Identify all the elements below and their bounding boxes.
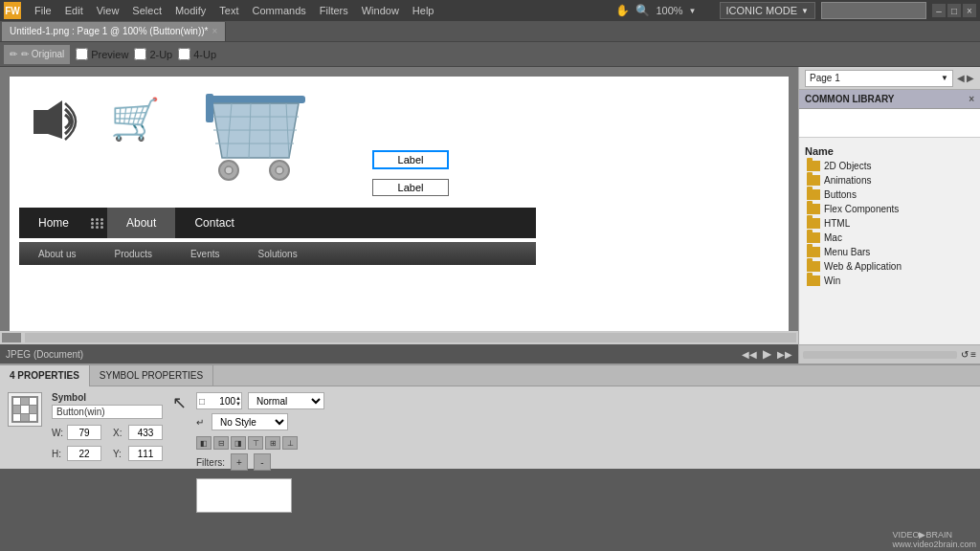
folder-icon [807,161,820,171]
folder-icon [807,189,820,200]
panel-scrollbar[interactable] [803,351,957,359]
speaker-icon [29,96,91,148]
filters-label: Filters: [196,457,225,468]
align-center-button[interactable]: ⊟ [213,436,229,450]
align-top-button[interactable]: ⊤ [248,436,263,450]
menu-edit[interactable]: Edit [59,0,89,21]
menu-bar: FW File Edit View Select Modify Text Com… [0,0,980,21]
lib-item-animations[interactable]: Animations [803,173,976,187]
nav-about[interactable]: About [107,208,175,238]
lib-item-webapp[interactable]: Web & Application [803,259,976,274]
folder-icon [807,247,820,257]
panel-next-button[interactable]: ▶ [967,73,974,83]
lib-item-2d[interactable]: 2D Objects [803,159,976,173]
style-icon: ↵ [196,417,204,428]
folder-icon [807,276,820,286]
symbol-properties-tab[interactable]: SYMBOL PROPERTIES [90,365,213,386]
original-view-button[interactable]: ✏ ✏ Original [4,45,70,64]
opacity-input[interactable] [207,396,235,407]
menu-filters[interactable]: Filters [314,0,354,21]
panel-close-button[interactable]: × [969,94,974,104]
document-tab[interactable]: Untitled-1.png : Page 1 @ 100% (Button(w… [2,22,226,41]
canvas-area[interactable]: 🛒 [0,67,798,364]
sub-nav-solutions[interactable]: Solutions [239,242,317,265]
menu-commands[interactable]: Commands [247,0,312,21]
align-middle-button[interactable]: ⊞ [265,436,280,450]
forward-button[interactable]: ▶▶ [777,349,792,360]
label-button-1[interactable]: Label [372,150,449,169]
align-left-button[interactable]: ◧ [196,436,212,450]
style-select[interactable]: No Style [212,413,288,430]
properties-right: □ ▲ ▼ Normal ↵ No Style [196,392,972,513]
sub-nav-events[interactable]: Events [171,242,239,265]
lib-item-flex[interactable]: Flex Components [803,202,976,216]
height-input[interactable] [67,446,101,461]
align-right-button[interactable]: ◨ [231,436,246,450]
folder-icon [807,218,820,229]
cursor-arrow-icon: ↖ [172,392,187,413]
nav-home[interactable]: Home [19,208,88,238]
rewind-button[interactable]: ◀◀ [742,349,757,360]
x-input[interactable] [128,425,163,440]
iconic-mode-selector[interactable]: ICONIC MODE ▼ [720,2,815,19]
menu-modify[interactable]: Modify [169,0,212,21]
menu-select[interactable]: Select [126,0,167,21]
close-button[interactable]: × [963,4,976,17]
preview-checkbox[interactable] [76,48,88,60]
lib-item-menubars[interactable]: Menu Bars [803,245,976,259]
nav-contact[interactable]: Contact [175,208,253,238]
lib-item-mac[interactable]: Mac [803,231,976,245]
sub-nav-about[interactable]: About us [19,242,95,265]
minimize-button[interactable]: – [932,4,946,17]
lib-item-html[interactable]: HTML [803,216,976,231]
menu-view[interactable]: View [91,0,125,21]
folder-icon [807,232,820,243]
y-input[interactable] [128,446,163,461]
pencil-icon: ✏ [10,49,17,59]
sub-nav-products[interactable]: Products [95,242,170,265]
label-button-2[interactable]: Label [372,179,449,196]
blend-mode-select[interactable]: Normal [248,392,324,409]
horizontal-scrollbar[interactable] [0,331,798,344]
play-button[interactable]: ▶ [763,347,771,361]
preview-label: Preview [91,49,128,60]
app-logo: FW [4,2,21,19]
menu-text[interactable]: Text [213,0,244,21]
properties-tab[interactable]: 4 PROPERTIES [0,365,90,386]
page-dropdown[interactable]: Page 1 ▼ [805,70,953,87]
tab-close-button[interactable]: × [212,26,217,36]
menu-file[interactable]: File [29,0,57,21]
zoom-dropdown-icon[interactable]: ▼ [689,7,697,15]
symbol-info: Symbol Button(win) W: X: H: Y: [52,392,163,461]
lib-item-buttons[interactable]: Buttons [803,187,976,202]
options-icon[interactable]: ≡ [970,349,976,360]
lib-item-win[interactable]: Win [803,274,976,288]
search-input[interactable] [826,6,922,16]
properties-content: Symbol Button(win) W: X: H: Y: ↖ [0,386,980,518]
panel-prev-button[interactable]: ◀ [957,73,965,83]
two-up-checkbox[interactable] [134,48,146,60]
canvas-status-label: JPEG (Document) [6,349,83,360]
filter-add-button[interactable]: + [231,453,248,471]
menu-window[interactable]: Window [356,0,405,21]
symbol-name-display: Button(win) [52,405,163,419]
main-layout: 🛒 [0,67,980,364]
opacity-down-arrow[interactable]: ▼ [235,401,241,407]
folder-icon [807,261,820,272]
width-input[interactable] [67,425,101,440]
symbol-type-label: Symbol [52,392,163,403]
refresh-icon[interactable]: ↺ [961,349,969,360]
filter-remove-button[interactable]: - [254,453,271,471]
dimensions-row: W: X: [52,425,163,440]
panel-action-buttons: × [969,94,974,104]
align-bottom-button[interactable]: ⊥ [282,436,298,450]
menu-help[interactable]: Help [407,0,440,21]
four-up-checkbox[interactable] [178,48,190,60]
two-up-label: 2-Up [149,49,172,60]
filters-row: Filters: + - [196,453,972,471]
iconic-mode-arrow: ▼ [801,7,809,15]
symbol-preview [8,392,42,427]
maximize-button[interactable]: □ [947,4,961,17]
library-name-header: Name [803,142,976,159]
search-bar[interactable] [821,2,926,19]
